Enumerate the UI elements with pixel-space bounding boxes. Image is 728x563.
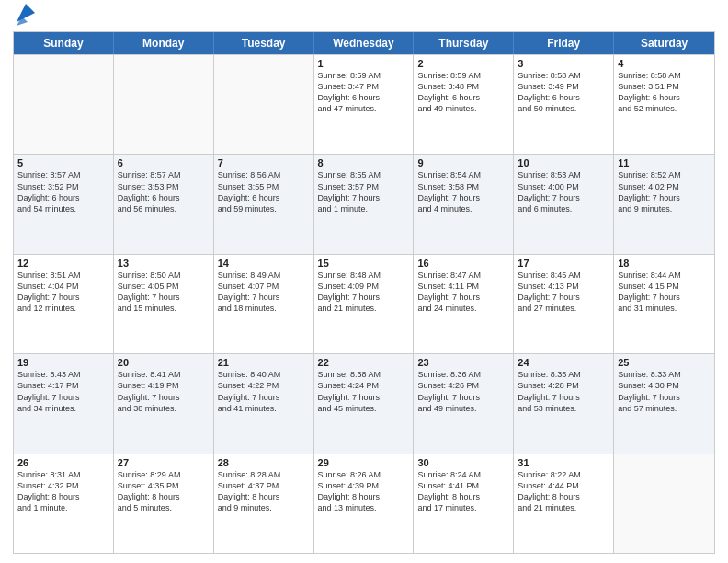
day-number: 23 <box>417 357 509 368</box>
cell-info: Sunrise: 8:40 AM Sunset: 4:22 PM Dayligh… <box>218 369 310 414</box>
calendar-cell: 21Sunrise: 8:40 AM Sunset: 4:22 PM Dayli… <box>214 354 314 453</box>
calendar-cell: 20Sunrise: 8:41 AM Sunset: 4:19 PM Dayli… <box>114 354 214 453</box>
calendar-cell: 3Sunrise: 8:58 AM Sunset: 3:49 PM Daylig… <box>514 55 614 154</box>
calendar-cell: 23Sunrise: 8:36 AM Sunset: 4:26 PM Dayli… <box>414 354 514 453</box>
weekday-header: Sunday <box>14 32 114 54</box>
calendar-cell: 2Sunrise: 8:59 AM Sunset: 3:48 PM Daylig… <box>414 55 514 154</box>
calendar-cell <box>114 55 214 154</box>
day-number: 14 <box>218 258 310 269</box>
cell-info: Sunrise: 8:50 AM Sunset: 4:05 PM Dayligh… <box>118 270 210 315</box>
calendar-cell: 31Sunrise: 8:22 AM Sunset: 4:44 PM Dayli… <box>514 454 614 553</box>
day-number: 20 <box>118 357 210 368</box>
day-number: 8 <box>318 157 410 168</box>
weekday-header: Tuesday <box>214 32 314 54</box>
day-number: 6 <box>118 157 210 168</box>
calendar-row: 12Sunrise: 8:51 AM Sunset: 4:04 PM Dayli… <box>14 254 714 353</box>
calendar-cell: 12Sunrise: 8:51 AM Sunset: 4:04 PM Dayli… <box>14 255 114 353</box>
day-number: 25 <box>618 357 711 368</box>
logo <box>13 9 35 26</box>
cell-info: Sunrise: 8:52 AM Sunset: 4:02 PM Dayligh… <box>618 169 711 214</box>
cell-info: Sunrise: 8:47 AM Sunset: 4:11 PM Dayligh… <box>417 270 509 315</box>
cell-info: Sunrise: 8:57 AM Sunset: 3:52 PM Dayligh… <box>17 169 109 214</box>
day-number: 2 <box>417 58 509 69</box>
cell-info: Sunrise: 8:28 AM Sunset: 4:37 PM Dayligh… <box>218 469 310 514</box>
calendar-cell <box>614 454 714 553</box>
cell-info: Sunrise: 8:49 AM Sunset: 4:07 PM Dayligh… <box>218 270 310 315</box>
cell-info: Sunrise: 8:58 AM Sunset: 3:49 PM Dayligh… <box>518 70 609 115</box>
cell-info: Sunrise: 8:56 AM Sunset: 3:55 PM Dayligh… <box>218 169 310 214</box>
calendar-cell: 28Sunrise: 8:28 AM Sunset: 4:37 PM Dayli… <box>214 454 314 553</box>
cell-info: Sunrise: 8:48 AM Sunset: 4:09 PM Dayligh… <box>318 270 410 315</box>
calendar-cell: 29Sunrise: 8:26 AM Sunset: 4:39 PM Dayli… <box>314 454 415 553</box>
calendar-cell: 4Sunrise: 8:58 AM Sunset: 3:51 PM Daylig… <box>614 55 714 154</box>
calendar-cell: 26Sunrise: 8:31 AM Sunset: 4:32 PM Dayli… <box>14 454 114 553</box>
cell-info: Sunrise: 8:55 AM Sunset: 3:57 PM Dayligh… <box>318 169 410 214</box>
calendar-cell: 14Sunrise: 8:49 AM Sunset: 4:07 PM Dayli… <box>214 255 314 353</box>
calendar-cell: 15Sunrise: 8:48 AM Sunset: 4:09 PM Dayli… <box>314 255 415 353</box>
cell-info: Sunrise: 8:36 AM Sunset: 4:26 PM Dayligh… <box>417 369 509 414</box>
header <box>13 9 715 26</box>
cell-info: Sunrise: 8:24 AM Sunset: 4:41 PM Dayligh… <box>417 469 509 514</box>
calendar-cell: 7Sunrise: 8:56 AM Sunset: 3:55 PM Daylig… <box>214 155 314 253</box>
calendar-cell: 30Sunrise: 8:24 AM Sunset: 4:41 PM Dayli… <box>414 454 514 553</box>
day-number: 1 <box>318 58 410 69</box>
calendar: SundayMondayTuesdayWednesdayThursdayFrid… <box>13 31 715 554</box>
day-number: 19 <box>17 357 109 368</box>
cell-info: Sunrise: 8:44 AM Sunset: 4:15 PM Dayligh… <box>618 270 711 315</box>
cell-info: Sunrise: 8:53 AM Sunset: 4:00 PM Dayligh… <box>518 169 609 214</box>
calendar-cell: 17Sunrise: 8:45 AM Sunset: 4:13 PM Dayli… <box>514 255 614 353</box>
cell-info: Sunrise: 8:59 AM Sunset: 3:48 PM Dayligh… <box>417 70 509 115</box>
svg-marker-0 <box>17 4 35 22</box>
calendar-cell: 27Sunrise: 8:29 AM Sunset: 4:35 PM Dayli… <box>114 454 214 553</box>
day-number: 10 <box>518 157 609 168</box>
day-number: 22 <box>318 357 410 368</box>
cell-info: Sunrise: 8:45 AM Sunset: 4:13 PM Dayligh… <box>518 270 609 315</box>
calendar-cell: 25Sunrise: 8:33 AM Sunset: 4:30 PM Dayli… <box>614 354 714 453</box>
calendar-row: 26Sunrise: 8:31 AM Sunset: 4:32 PM Dayli… <box>14 454 714 553</box>
day-number: 15 <box>318 258 410 269</box>
cell-info: Sunrise: 8:43 AM Sunset: 4:17 PM Dayligh… <box>17 369 109 414</box>
calendar-cell: 11Sunrise: 8:52 AM Sunset: 4:02 PM Dayli… <box>614 155 714 253</box>
cell-info: Sunrise: 8:38 AM Sunset: 4:24 PM Dayligh… <box>318 369 410 414</box>
day-number: 17 <box>518 258 609 269</box>
calendar-cell: 22Sunrise: 8:38 AM Sunset: 4:24 PM Dayli… <box>314 354 415 453</box>
day-number: 31 <box>518 457 609 468</box>
calendar-cell: 8Sunrise: 8:55 AM Sunset: 3:57 PM Daylig… <box>314 155 415 253</box>
day-number: 11 <box>618 157 711 168</box>
cell-info: Sunrise: 8:29 AM Sunset: 4:35 PM Dayligh… <box>118 469 210 514</box>
cell-info: Sunrise: 8:51 AM Sunset: 4:04 PM Dayligh… <box>17 270 109 315</box>
calendar-cell: 13Sunrise: 8:50 AM Sunset: 4:05 PM Dayli… <box>114 255 214 353</box>
cell-info: Sunrise: 8:58 AM Sunset: 3:51 PM Dayligh… <box>618 70 711 115</box>
day-number: 13 <box>118 258 210 269</box>
calendar-row: 5Sunrise: 8:57 AM Sunset: 3:52 PM Daylig… <box>14 154 714 253</box>
cell-info: Sunrise: 8:22 AM Sunset: 4:44 PM Dayligh… <box>518 469 609 514</box>
day-number: 9 <box>417 157 509 168</box>
cell-info: Sunrise: 8:54 AM Sunset: 3:58 PM Dayligh… <box>417 169 509 214</box>
calendar-header: SundayMondayTuesdayWednesdayThursdayFrid… <box>14 32 714 54</box>
weekday-header: Wednesday <box>314 32 415 54</box>
day-number: 27 <box>118 457 210 468</box>
day-number: 28 <box>218 457 310 468</box>
calendar-cell: 19Sunrise: 8:43 AM Sunset: 4:17 PM Dayli… <box>14 354 114 453</box>
cell-info: Sunrise: 8:35 AM Sunset: 4:28 PM Dayligh… <box>518 369 609 414</box>
day-number: 30 <box>417 457 509 468</box>
day-number: 18 <box>618 258 711 269</box>
weekday-header: Monday <box>114 32 214 54</box>
calendar-cell: 1Sunrise: 8:59 AM Sunset: 3:47 PM Daylig… <box>314 55 415 154</box>
day-number: 29 <box>318 457 410 468</box>
weekday-header: Thursday <box>414 32 514 54</box>
weekday-header: Friday <box>514 32 614 54</box>
calendar-cell: 9Sunrise: 8:54 AM Sunset: 3:58 PM Daylig… <box>414 155 514 253</box>
calendar-cell: 10Sunrise: 8:53 AM Sunset: 4:00 PM Dayli… <box>514 155 614 253</box>
weekday-header: Saturday <box>614 32 714 54</box>
calendar-cell <box>14 55 114 154</box>
page: SundayMondayTuesdayWednesdayThursdayFrid… <box>0 0 728 563</box>
day-number: 24 <box>518 357 609 368</box>
day-number: 4 <box>618 58 711 69</box>
calendar-cell: 6Sunrise: 8:57 AM Sunset: 3:53 PM Daylig… <box>114 155 214 253</box>
calendar-body: 1Sunrise: 8:59 AM Sunset: 3:47 PM Daylig… <box>14 54 714 553</box>
cell-info: Sunrise: 8:59 AM Sunset: 3:47 PM Dayligh… <box>318 70 410 115</box>
calendar-cell: 16Sunrise: 8:47 AM Sunset: 4:11 PM Dayli… <box>414 255 514 353</box>
calendar-cell: 18Sunrise: 8:44 AM Sunset: 4:15 PM Dayli… <box>614 255 714 353</box>
day-number: 26 <box>17 457 109 468</box>
